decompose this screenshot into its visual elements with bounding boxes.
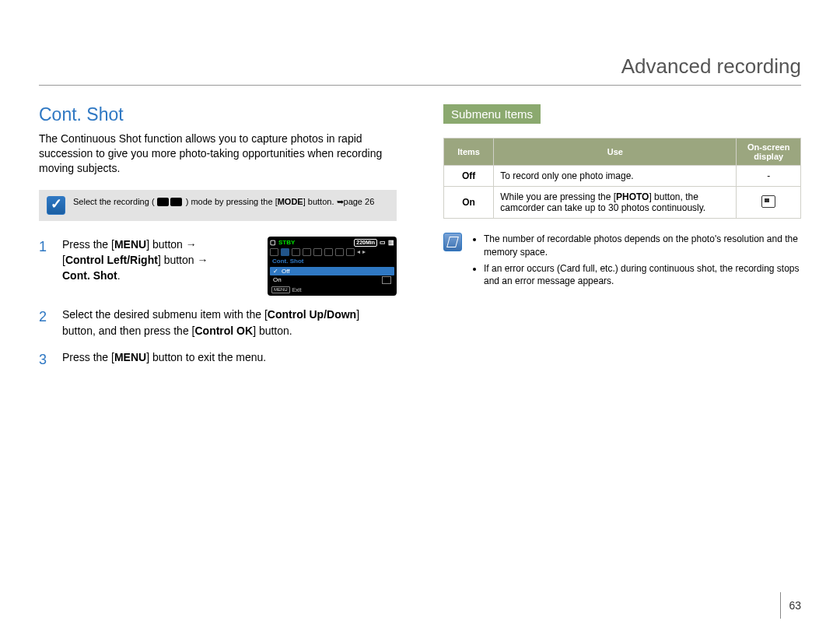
tip-text-mid: ) mode by pressing the [ bbox=[186, 197, 278, 206]
lcd-icon bbox=[292, 248, 300, 256]
table-row-on: On While you are pressing the [PHOTO] bu… bbox=[444, 187, 801, 219]
arrow-icon: → bbox=[186, 238, 197, 251]
cont-shot-osd-icon bbox=[761, 195, 775, 208]
tip-page-ref: page 26 bbox=[344, 197, 375, 206]
step-3-body: Press the [MENU] button to exit the menu… bbox=[62, 349, 397, 370]
cell-off-item: Off bbox=[444, 166, 494, 187]
note-icon bbox=[443, 233, 462, 251]
note-item: The number of recordable photos depends … bbox=[484, 233, 801, 259]
lcd-on-label: On bbox=[273, 276, 282, 284]
photo-mode-icon bbox=[170, 198, 182, 206]
lcd-icon bbox=[346, 248, 355, 256]
page-number: 63 bbox=[780, 592, 801, 619]
table-header-row: Items Use On-screen display bbox=[444, 139, 801, 166]
menu-button-label: MENU bbox=[114, 238, 146, 251]
step-3: 3 Press the [MENU] button to exit the me… bbox=[39, 349, 397, 370]
cell-off-osd: - bbox=[737, 166, 801, 187]
th-items: Items bbox=[444, 139, 494, 166]
left-column: Cont. Shot The Continuous Shot function … bbox=[39, 104, 397, 381]
arrow-icon: → bbox=[197, 254, 208, 266]
step-number-3: 3 bbox=[39, 349, 51, 370]
lcd-icon bbox=[281, 248, 289, 256]
mode-button-label: MODE bbox=[278, 197, 303, 206]
lcd-menu-item-on: On bbox=[270, 275, 394, 285]
tip-text-prefix: Select the recording ( bbox=[73, 197, 155, 206]
arrow-icon: ➥ bbox=[337, 197, 344, 206]
mode-icons bbox=[157, 198, 184, 206]
sd-icon: ▭ bbox=[380, 239, 386, 247]
lcd-exit-row: MENU Exit bbox=[270, 285, 394, 293]
lcd-icon bbox=[303, 248, 311, 256]
lcd-status-row: ▢ STBY 220Min ▭ ▥ bbox=[270, 239, 394, 247]
lcd-icon bbox=[270, 248, 278, 256]
mode-tip-box: Select the recording ( ) mode by pressin… bbox=[39, 190, 397, 221]
page-title: Advanced recording bbox=[621, 54, 801, 78]
submenu-items-header: Submenu Items bbox=[443, 104, 541, 124]
step-2: 2 Select the desired submenu item with t… bbox=[39, 307, 397, 339]
manual-page: Advanced recording Cont. Shot The Contin… bbox=[0, 0, 840, 642]
control-lr-label: Control Left/Right bbox=[65, 254, 158, 266]
camcorder-lcd: ▢ STBY 220Min ▭ ▥ bbox=[268, 237, 397, 296]
chevron-left-icon: ◂ bbox=[357, 248, 360, 254]
tip-text-suffix: ] button. bbox=[303, 197, 337, 206]
photo-button-label: PHOTO bbox=[616, 191, 649, 202]
cell-off-use: To record only one photo image. bbox=[494, 166, 737, 187]
intro-text: The Continuous Shot function allows you … bbox=[39, 132, 397, 176]
check-small-icon: ✓ bbox=[273, 268, 278, 275]
table-row-off: Off To record only one photo image. - bbox=[444, 166, 801, 187]
control-ud-label: Control Up/Down bbox=[268, 308, 356, 321]
menu-btn-label: MENU bbox=[271, 286, 290, 293]
step-2-body: Select the desired submenu item with the… bbox=[62, 307, 397, 339]
lcd-icon bbox=[324, 248, 333, 256]
cell-on-osd bbox=[737, 187, 801, 219]
mode-tip-text: Select the recording ( ) mode by pressin… bbox=[73, 196, 374, 208]
menu-button-label: MENU bbox=[114, 351, 146, 363]
check-icon bbox=[47, 196, 65, 215]
chevron-right-icon: ▸ bbox=[362, 248, 366, 254]
step-number-1: 1 bbox=[39, 237, 51, 296]
step-1: 1 Press the [MENU] button → [Control Lef… bbox=[39, 237, 397, 296]
content-columns: Cont. Shot The Continuous Shot function … bbox=[39, 104, 801, 381]
cell-on-item: On bbox=[444, 187, 494, 219]
lcd-icon bbox=[313, 248, 322, 256]
lcd-icon-row: ◂ ▸ bbox=[270, 248, 394, 256]
section-title: Cont. Shot bbox=[39, 104, 397, 125]
lcd-menu-item-off: ✓ Off bbox=[270, 267, 394, 276]
notes-box: The number of recordable photos depends … bbox=[443, 233, 801, 291]
cont-shot-small-icon bbox=[382, 276, 391, 284]
lcd-icon bbox=[335, 248, 344, 256]
cell-on-use: While you are pressing the [PHOTO] butto… bbox=[494, 187, 737, 219]
battery-icon: ▥ bbox=[388, 239, 394, 247]
page-header: Advanced recording bbox=[39, 54, 801, 86]
step-1-body: Press the [MENU] button → [Control Left/… bbox=[62, 237, 257, 296]
lcd-menu-title: Cont. Shot bbox=[270, 256, 394, 267]
stby-indicator: STBY bbox=[278, 239, 295, 247]
control-ok-label: Control OK bbox=[194, 325, 253, 337]
right-column: Submenu Items Items Use On-screen displa… bbox=[443, 104, 801, 381]
exit-label: Exit bbox=[292, 287, 302, 293]
steps-list: 1 Press the [MENU] button → [Control Lef… bbox=[39, 237, 397, 370]
card-icon: ▢ bbox=[270, 239, 276, 247]
cont-shot-label: Cont. Shot bbox=[62, 269, 117, 282]
th-use: Use bbox=[494, 139, 737, 166]
lcd-off-label: Off bbox=[282, 268, 290, 275]
notes-list: The number of recordable photos depends … bbox=[470, 233, 801, 291]
th-osd: On-screen display bbox=[737, 139, 801, 166]
video-mode-icon bbox=[157, 198, 169, 206]
submenu-items-table: Items Use On-screen display Off To recor… bbox=[443, 138, 801, 219]
step-number-2: 2 bbox=[39, 307, 51, 339]
remaining-time: 220Min bbox=[354, 239, 377, 247]
note-item: If an error occurs (Card full, etc.) dur… bbox=[484, 262, 801, 289]
